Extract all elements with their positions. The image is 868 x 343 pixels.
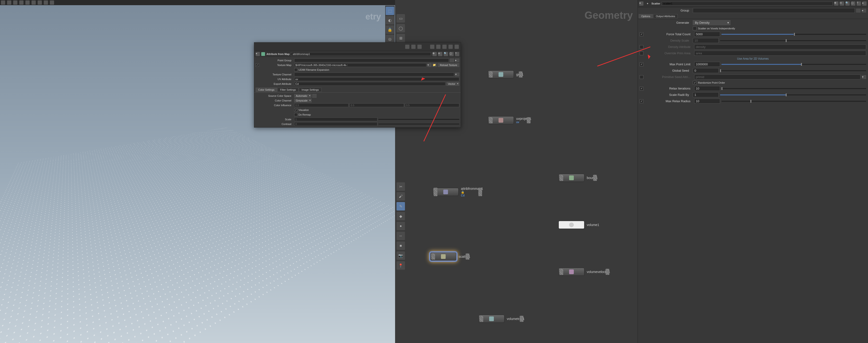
dropdown-icon[interactable]: ▾ (862, 75, 866, 79)
info-icon[interactable]: ⓘ (450, 52, 454, 56)
force-total-toggle[interactable] (640, 32, 643, 36)
node-volumevelocity[interactable]: volumevelocity1 (559, 268, 610, 276)
udim-checkbox[interactable] (294, 68, 298, 71)
shelf-icon[interactable] (38, 0, 42, 5)
shelf-icon[interactable] (1, 0, 5, 5)
group-arrow-icon[interactable]: ▸ (862, 9, 866, 12)
export-type-select[interactable]: Vector (446, 82, 459, 86)
view-icon[interactable] (430, 45, 434, 49)
shelf-icon[interactable] (13, 0, 18, 5)
max-point-limit-field[interactable] (694, 62, 720, 67)
group-select-icon[interactable] (450, 59, 454, 62)
group-field[interactable] (693, 8, 855, 13)
help-icon[interactable]: ? (857, 1, 861, 6)
paint-icon[interactable]: 🖌 (397, 192, 405, 201)
shading-icon[interactable]: ◐ (386, 16, 394, 25)
force-total-slider[interactable] (721, 34, 866, 35)
code-icon[interactable]: H (840, 1, 844, 6)
shelf-icon[interactable] (44, 0, 48, 5)
shelf-icon[interactable] (19, 0, 24, 5)
global-seed-field[interactable] (693, 68, 719, 73)
cut-icon[interactable]: ✂ (397, 182, 405, 191)
ci-r-field[interactable] (294, 103, 348, 107)
ci-g-field[interactable] (349, 103, 404, 107)
select-tool-icon[interactable]: ▭ (397, 14, 405, 23)
shelf-icon[interactable] (7, 0, 11, 5)
visualize-checkbox[interactable] (294, 108, 298, 112)
density-attr-toggle[interactable] (640, 45, 643, 49)
pin-icon[interactable] (405, 45, 409, 49)
scale-radii-field[interactable] (693, 92, 719, 97)
camera-icon[interactable]: 📷 (397, 251, 405, 260)
circle-icon[interactable]: ● (397, 222, 405, 230)
max-relax-field[interactable] (694, 99, 720, 104)
dropdown-icon[interactable]: ▾ (427, 63, 432, 67)
node-uvproject[interactable]: uvproject1uv (488, 116, 531, 124)
shelf-icon[interactable] (50, 0, 54, 5)
dropdown-icon[interactable]: ▾ (455, 73, 459, 76)
force-total-field[interactable] (694, 32, 720, 37)
filter-settings-tab[interactable]: Filter Settings (278, 88, 299, 92)
options-tab[interactable]: Options (639, 14, 653, 18)
point-group-field[interactable] (294, 59, 449, 62)
max-relax-toggle[interactable] (640, 99, 643, 103)
node-grid[interactable]: grid1 (488, 70, 524, 78)
uv-attribute-field[interactable] (294, 77, 459, 81)
node-volume[interactable]: volume1 (559, 221, 599, 229)
relax-iterations-slider[interactable] (721, 88, 866, 89)
export-attribute-field[interactable] (294, 82, 445, 86)
texture-map-toggle[interactable] (256, 63, 259, 67)
target-icon[interactable]: ◎ (386, 35, 394, 43)
source-color-space-select[interactable]: Automatic (294, 94, 311, 98)
grid-icon[interactable]: ⊞ (397, 34, 405, 42)
grid-icon[interactable] (436, 45, 440, 49)
node-scatter[interactable]: scatter1 (430, 252, 470, 261)
global-seed-slider[interactable] (720, 70, 866, 71)
lasso-icon[interactable]: ◯ (397, 24, 405, 32)
zoom-icon[interactable]: 🔍 (444, 52, 448, 56)
display-options-icon[interactable]: ⬚ (386, 7, 394, 15)
node-bound[interactable]: bound1 (559, 174, 598, 182)
color-channel-select[interactable]: Greyscale (294, 99, 312, 102)
help-icon[interactable] (448, 45, 453, 49)
max-point-limit-toggle[interactable] (640, 63, 643, 66)
move-icon[interactable]: ↔ (397, 232, 405, 240)
back-icon[interactable]: ◂ (256, 52, 260, 56)
list-icon[interactable] (411, 45, 415, 49)
color-settings-tab[interactable]: Color Settings (256, 88, 277, 92)
do-remap-checkbox[interactable] (294, 113, 298, 116)
shelf-icon[interactable] (25, 0, 30, 5)
contrast-slider[interactable] (378, 124, 459, 125)
pin-icon[interactable]: 📍 (397, 261, 405, 270)
relax-iterations-field[interactable] (694, 86, 720, 91)
diamond-icon[interactable]: ◆ (397, 212, 405, 220)
randomize-order-checkbox[interactable] (693, 81, 696, 84)
texture-map-field[interactable] (294, 63, 426, 67)
scale-radii-slider[interactable] (720, 95, 866, 95)
texture-channel-field[interactable] (294, 73, 454, 76)
gear-icon[interactable]: ✼ (834, 1, 838, 6)
generate-select[interactable]: By Density (693, 20, 731, 25)
relax-iterations-toggle[interactable] (640, 87, 643, 91)
prim-seed-toggle[interactable] (640, 75, 643, 79)
max-point-limit-slider[interactable] (721, 64, 866, 65)
info-icon[interactable] (442, 45, 446, 49)
max-relax-slider[interactable] (721, 101, 866, 102)
shelf-icon[interactable] (32, 0, 36, 5)
contrast-field[interactable] (294, 122, 377, 126)
op-name-field[interactable]: attribfrommap1 (291, 52, 431, 56)
copy-icon[interactable] (417, 45, 422, 49)
info-icon[interactable]: ⓘ (851, 1, 855, 6)
node-volumetrail[interactable]: volumetrail1 (478, 315, 524, 323)
override-prim-toggle[interactable] (640, 52, 643, 55)
voxels-checkbox[interactable] (693, 27, 696, 30)
node-attribfrommap[interactable]: attribfrommap1🔒Cd (433, 187, 483, 197)
image-settings-tab[interactable]: Image Settings (299, 88, 321, 92)
output-attributes-tab[interactable]: Output Attributes (653, 14, 678, 18)
code-icon[interactable]: H (438, 52, 442, 56)
group-select-icon[interactable] (856, 9, 861, 12)
color-swatch-icon[interactable] (312, 94, 316, 98)
scale-field[interactable] (294, 117, 377, 121)
scale-slider[interactable] (378, 119, 459, 120)
back-icon[interactable]: ◂ (639, 1, 643, 6)
